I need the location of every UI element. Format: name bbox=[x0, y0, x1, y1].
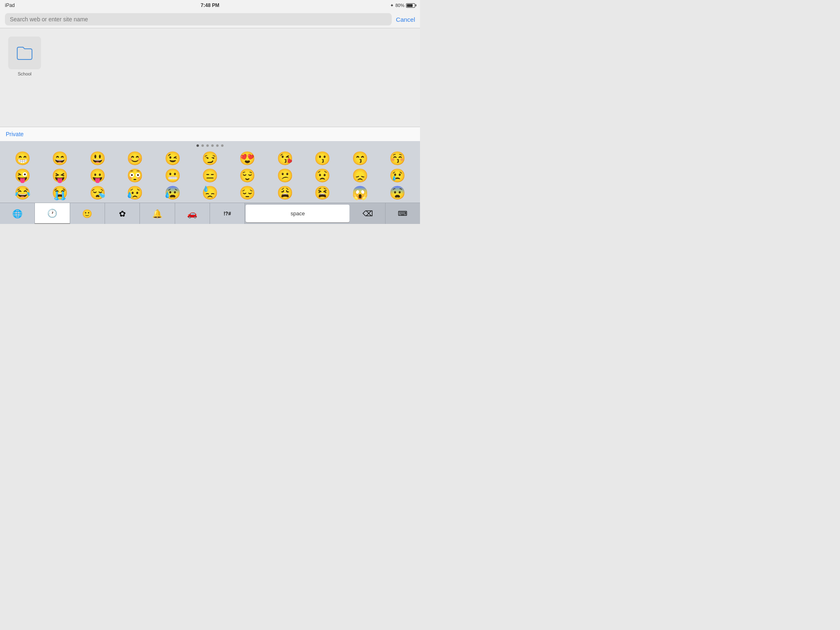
flower-button[interactable]: ✿ bbox=[105, 203, 140, 224]
emoji-0-10[interactable]: 😚 bbox=[379, 150, 416, 167]
emoji-2-4[interactable]: 😰 bbox=[154, 185, 191, 201]
search-input-wrapper[interactable] bbox=[5, 13, 392, 25]
page-indicators bbox=[0, 141, 420, 148]
emoji-2-10[interactable]: 😨 bbox=[379, 185, 416, 201]
main-content: School bbox=[0, 28, 420, 127]
delete-button[interactable]: ⌫ bbox=[350, 203, 385, 224]
emoji-0-5[interactable]: 😏 bbox=[192, 150, 228, 167]
folder-label: School bbox=[18, 71, 32, 76]
search-input[interactable] bbox=[10, 16, 387, 23]
emoji-2-9[interactable]: 😱 bbox=[342, 185, 378, 201]
emoji-0-1[interactable]: 😄 bbox=[41, 150, 78, 167]
emoji-2-1[interactable]: 😭 bbox=[41, 185, 78, 201]
emoji-1-0[interactable]: 😜 bbox=[4, 167, 41, 184]
emoji-1-1[interactable]: 😝 bbox=[41, 167, 78, 184]
emoji-1-6[interactable]: 😌 bbox=[229, 167, 266, 184]
emoji-button[interactable]: 🙂 bbox=[70, 203, 105, 224]
battery-percent: 80% bbox=[395, 3, 404, 8]
keyboard-area: 😁😄😃😊😉😏😍😘😗😙😚😜😝😛😳😬😑😌😕😟😞😢😂😭😪😥😰😓😔😩😫😱😨 🌐 🕐 🙂 … bbox=[0, 141, 420, 224]
keyboard-toolbar: 🌐 🕐 🙂 ✿ 🔔 🚗 !?# space ⌫ ⌨ bbox=[0, 203, 420, 224]
space-button[interactable]: space bbox=[246, 205, 349, 222]
emoji-0-0[interactable]: 😁 bbox=[4, 150, 41, 167]
bookmark-folder[interactable]: School bbox=[8, 37, 41, 76]
folder-icon-wrapper bbox=[8, 37, 41, 69]
emoji-1-8[interactable]: 😟 bbox=[304, 167, 341, 184]
cancel-button[interactable]: Cancel bbox=[396, 16, 415, 23]
url-bar: Cancel bbox=[0, 11, 420, 28]
emoji-grid: 😁😄😃😊😉😏😍😘😗😙😚😜😝😛😳😬😑😌😕😟😞😢😂😭😪😥😰😓😔😩😫😱😨 bbox=[0, 148, 420, 203]
emoji-0-3[interactable]: 😊 bbox=[116, 150, 153, 167]
emoji-0-4[interactable]: 😉 bbox=[154, 150, 191, 167]
car-button[interactable]: 🚗 bbox=[175, 203, 210, 224]
page-dot-3 bbox=[206, 144, 209, 147]
emoji-1-9[interactable]: 😞 bbox=[342, 167, 378, 184]
emoji-1-5[interactable]: 😑 bbox=[192, 167, 228, 184]
emoji-1-7[interactable]: 😕 bbox=[267, 167, 303, 184]
private-label: Private bbox=[6, 131, 24, 137]
status-bar: iPad 7:48 PM ✦ 80% bbox=[0, 0, 420, 11]
page-dot-4 bbox=[211, 144, 214, 147]
emoji-2-0[interactable]: 😂 bbox=[4, 185, 41, 201]
clock-button[interactable]: 🕐 bbox=[35, 203, 70, 224]
page-dot-6 bbox=[221, 144, 224, 147]
folder-icon bbox=[16, 44, 34, 62]
emoji-2-3[interactable]: 😥 bbox=[116, 185, 153, 201]
emoji-1-4[interactable]: 😬 bbox=[154, 167, 191, 184]
symbols-button[interactable]: !?# bbox=[210, 203, 245, 224]
emoji-2-2[interactable]: 😪 bbox=[79, 185, 116, 201]
emoji-2-7[interactable]: 😩 bbox=[267, 185, 303, 201]
emoji-2-8[interactable]: 😫 bbox=[304, 185, 341, 201]
keyboard-hide-button[interactable]: ⌨ bbox=[386, 203, 420, 224]
status-icons: ✦ 80% bbox=[390, 3, 415, 8]
bluetooth-icon: ✦ bbox=[390, 3, 394, 8]
emoji-0-8[interactable]: 😗 bbox=[304, 150, 341, 167]
globe-button[interactable]: 🌐 bbox=[0, 203, 35, 224]
time-display: 7:48 PM bbox=[201, 2, 219, 8]
battery-icon bbox=[406, 3, 415, 8]
emoji-1-10[interactable]: 😢 bbox=[379, 167, 416, 184]
emoji-2-5[interactable]: 😓 bbox=[192, 185, 228, 201]
device-name: iPad bbox=[5, 2, 15, 8]
emoji-1-2[interactable]: 😛 bbox=[79, 167, 116, 184]
bell-button[interactable]: 🔔 bbox=[140, 203, 175, 224]
page-dot-5 bbox=[216, 144, 219, 147]
emoji-0-7[interactable]: 😘 bbox=[267, 150, 303, 167]
private-section: Private bbox=[0, 127, 420, 141]
page-dot-2 bbox=[201, 144, 204, 147]
emoji-1-3[interactable]: 😳 bbox=[116, 167, 153, 184]
emoji-2-6[interactable]: 😔 bbox=[229, 185, 266, 201]
emoji-0-9[interactable]: 😙 bbox=[342, 150, 378, 167]
page-dot-1 bbox=[196, 144, 199, 147]
emoji-0-6[interactable]: 😍 bbox=[229, 150, 266, 167]
emoji-0-2[interactable]: 😃 bbox=[79, 150, 116, 167]
